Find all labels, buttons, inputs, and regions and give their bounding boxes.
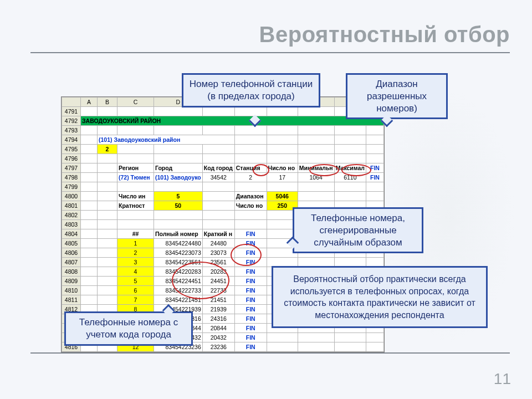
cell: 83454221451 [154, 295, 203, 305]
row-number: 4794 [62, 135, 81, 145]
cell: 5 [154, 192, 203, 201]
row-number: 4805 [62, 239, 81, 248]
cell [234, 211, 267, 220]
cell [202, 145, 234, 154]
cell [81, 258, 98, 267]
cell [234, 154, 267, 163]
cell [154, 145, 203, 154]
cell [117, 107, 154, 116]
cell [81, 173, 98, 182]
cell [298, 258, 334, 267]
cell [81, 211, 98, 220]
cell [154, 211, 203, 220]
cell [267, 182, 298, 192]
cell [98, 277, 117, 286]
cell: FIN [234, 229, 267, 239]
note-box: Вероятностный отбор практически всегда и… [272, 266, 488, 328]
cell: 2 [117, 248, 154, 258]
cell: 83454223073 [154, 248, 203, 258]
cell [334, 126, 366, 135]
callout-generated: Телефонные номера, сгенерированные случа… [293, 207, 423, 253]
cell [98, 286, 117, 295]
cell [234, 135, 267, 145]
cell: Число но [267, 163, 298, 173]
cell [366, 182, 383, 192]
callout-withcode-text: Телефонные номера с учетом кода города [79, 317, 178, 340]
cell [154, 107, 203, 116]
cell: Максимал [334, 163, 366, 173]
row-number: 4798 [62, 173, 81, 182]
cell [98, 126, 117, 135]
cell [202, 211, 234, 220]
callout-station: Номер телефонной станции (в пределах гор… [182, 73, 320, 108]
cell [154, 220, 203, 229]
cell: FIN [366, 163, 383, 173]
cell [81, 220, 98, 229]
callout-generated-text: Телефонные номера, сгенерированные случа… [311, 213, 405, 248]
cell: Станция [234, 163, 267, 173]
callout-range-text: Диапазон разрешенных номеров) [367, 79, 427, 114]
cell: Минимальн [298, 163, 334, 173]
cell: 34542 [202, 173, 234, 182]
cell [202, 107, 234, 116]
cell [202, 154, 234, 163]
cell [234, 182, 267, 192]
col-header: C [117, 98, 154, 107]
cell [98, 173, 117, 182]
cell: FIN [234, 258, 267, 267]
cell: ## [117, 229, 154, 239]
cell: 20844 [202, 324, 234, 333]
cell [81, 277, 98, 286]
cell: 21939 [202, 305, 234, 314]
cell [117, 220, 154, 229]
cell: 23073 [202, 248, 234, 258]
col-header: A [81, 98, 98, 107]
cell [334, 192, 366, 201]
cell [366, 192, 383, 201]
page-number: 11 [494, 370, 511, 388]
cell [81, 267, 98, 277]
cell: 5046 [267, 192, 298, 201]
cell [298, 333, 334, 342]
cell: 5 [117, 277, 154, 286]
callout-station-text: Номер телефонной станции (в пределах гор… [190, 79, 313, 101]
cell: 3 [117, 258, 154, 267]
cell [98, 220, 117, 229]
cell: 20283 [202, 267, 234, 277]
cell: 83454224480 [154, 239, 203, 248]
cell [98, 192, 117, 201]
cell [234, 220, 267, 229]
cell [98, 248, 117, 258]
cell: 23236 [202, 342, 234, 352]
cell [98, 229, 117, 239]
cell [117, 126, 154, 135]
row-number: 4811 [62, 295, 81, 305]
cell: 83454224451 [154, 277, 203, 286]
cell: 1064 [298, 173, 334, 182]
bottom-rule [30, 352, 510, 354]
cell [267, 258, 298, 267]
cell [117, 182, 154, 192]
cell: Кратност [117, 201, 154, 211]
cell: 17 [267, 173, 298, 182]
cell [334, 182, 366, 192]
cell: Диапазон [234, 192, 267, 201]
cell [234, 107, 267, 116]
cell: 83454222733 [154, 286, 203, 295]
cell: FIN [234, 295, 267, 305]
cell [81, 286, 98, 295]
cell: ЗАВОДОУКОВСКИЙ РАЙОН [81, 116, 384, 126]
cell: 83454223561 [154, 258, 203, 267]
cell: FIN [234, 277, 267, 286]
cell [202, 201, 234, 211]
cell: 22733 [202, 286, 234, 295]
cell [117, 154, 154, 163]
cell [334, 258, 366, 267]
cell [81, 229, 98, 239]
cell [81, 192, 98, 201]
note-text: Вероятностный отбор практически всегда и… [284, 274, 475, 320]
row-number: 4797 [62, 163, 81, 173]
cell [81, 201, 98, 211]
cell [81, 163, 98, 173]
row-number: 4801 [62, 201, 81, 211]
